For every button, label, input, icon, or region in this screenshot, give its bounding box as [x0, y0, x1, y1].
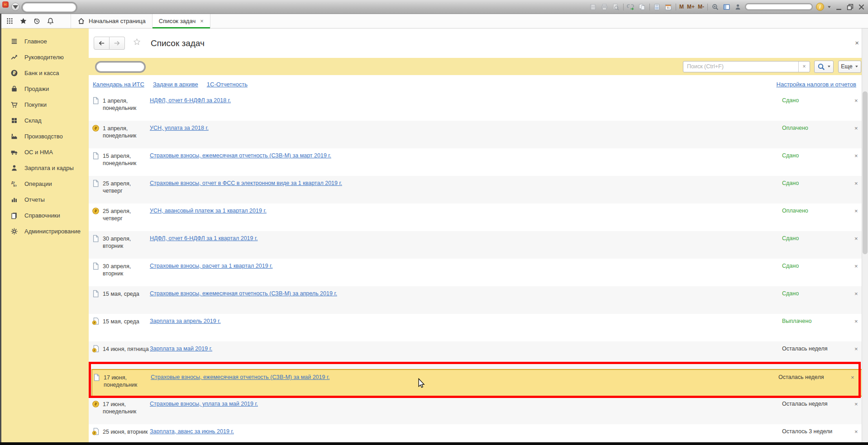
memory-add-button[interactable]: M+ — [687, 4, 695, 10]
task-status: Выплачено — [782, 318, 854, 324]
tab-начальная-страница[interactable]: Начальная страница — [71, 14, 153, 28]
favorite-star-icon[interactable] — [133, 38, 141, 46]
sidebar-item-truck[interactable]: ОС и НМА — [1, 144, 89, 160]
task-link[interactable]: УСН, уплата за 2018 г. — [150, 125, 782, 132]
task-status: Оплачено — [782, 208, 854, 214]
boxes-icon — [10, 116, 19, 125]
task-link[interactable]: Страховые взносы, ежемесячная отчетность… — [151, 374, 778, 381]
main-menu-dropdown-button[interactable] — [11, 3, 19, 11]
task-row[interactable]: ₽15 мая, средаЗарплата за апрель 2019 г.… — [89, 314, 868, 341]
task-link[interactable]: Страховые взносы, ежемесячная отчетность… — [150, 290, 782, 297]
all-functions-grid-icon[interactable] — [6, 17, 14, 25]
form-toolbar: × Еще — [89, 58, 868, 75]
window-left-frame — [0, 14, 1, 445]
minimize-button[interactable] — [835, 3, 843, 11]
task-row[interactable]: 30 апреля, вторникСтраховые взносы, расч… — [89, 259, 868, 286]
sidebar-item-bag[interactable]: Продажи — [1, 81, 89, 97]
go-to-link-icon[interactable] — [638, 3, 646, 11]
sidebar-item-label: Продажи — [24, 85, 49, 92]
task-row[interactable]: 1 апреля, понедельникНДФЛ, отчет 6-НДФЛ … — [89, 93, 868, 121]
task-row[interactable]: ₽25 июня, вторникЗарплата, аванс за июнь… — [89, 424, 868, 442]
search-button[interactable] — [814, 61, 834, 73]
task-row[interactable]: 15 апреля, понедельникСтраховые взносы, … — [89, 148, 868, 176]
info-chevron-down-icon[interactable] — [827, 5, 831, 9]
command-link-0[interactable]: Календарь на ИТС — [93, 81, 144, 88]
calculator-icon[interactable] — [653, 3, 661, 11]
sidebar-item-books[interactable]: Справочники — [1, 208, 89, 223]
tab-close-icon[interactable]: × — [200, 18, 204, 24]
save-icon[interactable] — [589, 3, 597, 11]
separator — [707, 4, 708, 10]
task-row[interactable]: 30 апреля, вторникНДФЛ, отчет 6-НДФЛ за … — [89, 231, 868, 259]
task-date: 25 апреля, четверг — [103, 208, 150, 222]
memory-recall-button[interactable]: M — [679, 4, 684, 10]
sidebar-item-ruble[interactable]: ₽Банк и касса — [1, 65, 89, 81]
window-titlebar: 1С 31MM+M- i — [0, 0, 868, 14]
search-input[interactable] — [683, 62, 798, 72]
task-row[interactable]: 15 мая, средаСтраховые взносы, ежемесячн… — [89, 286, 868, 314]
restore-button[interactable] — [846, 3, 854, 11]
task-link[interactable]: Зарплата за май 2019 г. — [150, 346, 782, 352]
task-link[interactable]: НДФЛ, отчет 6-НДФЛ за 1 квартал 2019 г. — [150, 235, 782, 242]
command-link-1[interactable]: Задачи в архиве — [153, 81, 198, 88]
task-row[interactable]: ₽17 июня, понедельникСтраховые взносы, у… — [89, 397, 868, 424]
scrollbar-thumb[interactable] — [863, 91, 868, 254]
search-clear-button[interactable]: × — [798, 62, 810, 72]
ruble-icon: ₽ — [10, 69, 19, 77]
favorites-star-icon[interactable] — [19, 17, 27, 25]
sidebar-item-trend[interactable]: Руководителю — [1, 49, 89, 65]
memory-subtract-button[interactable]: M- — [698, 4, 704, 10]
zoom-icon[interactable] — [711, 3, 719, 11]
user-icon[interactable] — [734, 3, 742, 11]
task-row[interactable]: 17 июня, понедельникСтраховые взносы, еж… — [91, 369, 865, 397]
coin-task-icon: ₽ — [92, 124, 100, 132]
back-button[interactable] — [94, 37, 110, 50]
search-box: × — [683, 61, 810, 72]
command-link-2[interactable]: 1С-Отчетность — [207, 81, 248, 88]
task-link[interactable]: УСН, авансовый платеж за 1 квартал 2019 … — [150, 208, 782, 214]
history-clock-icon[interactable] — [33, 17, 41, 25]
notifications-bell-icon[interactable] — [47, 17, 54, 25]
task-link[interactable]: Страховые взносы, расчет за 1 квартал 20… — [150, 263, 782, 270]
sidebar-item-person[interactable]: Зарплата и кадры — [1, 160, 89, 176]
task-link[interactable]: Страховые взносы, отчет в ФСС в электрон… — [150, 180, 782, 187]
svg-text:₽: ₽ — [94, 126, 97, 131]
form-close-button[interactable]: × — [855, 39, 859, 47]
task-link[interactable]: Страховые взносы, ежемесячная отчетность… — [150, 152, 782, 159]
calendar-icon[interactable]: 31 — [664, 3, 672, 11]
task-row[interactable]: ₽25 апреля, четвергУСН, авансовый платеж… — [89, 204, 868, 231]
task-link[interactable]: Зарплата за апрель 2019 г. — [150, 318, 782, 325]
forward-button[interactable] — [110, 37, 125, 50]
sidebar-item-label: Производство — [24, 133, 63, 140]
sidebar-item-chart[interactable]: Отчеты — [1, 192, 89, 208]
print-preview-icon[interactable] — [612, 3, 620, 11]
info-icon[interactable]: i — [816, 3, 824, 11]
sidebar-item-factory[interactable]: Производство — [1, 128, 89, 144]
sidebar-item-cart[interactable]: Покупки — [1, 97, 89, 113]
doc-task-icon — [92, 290, 100, 298]
taxes-settings-link[interactable]: Настройка налогов и отчетов — [777, 81, 856, 88]
get-link-icon[interactable] — [627, 3, 635, 11]
sidebar-item-dtkt[interactable]: ДтКтОперации — [1, 176, 89, 192]
window-close-button[interactable] — [857, 3, 865, 11]
vertical-scrollbar[interactable] — [862, 28, 868, 442]
separator — [623, 4, 624, 10]
print-icon[interactable] — [601, 3, 609, 11]
task-status: Осталась неделя — [782, 401, 854, 407]
task-row[interactable]: 25 апреля, четвергСтраховые взносы, отче… — [89, 176, 868, 204]
sidebar-item-boxes[interactable]: Склад — [1, 113, 89, 128]
doc-task-icon — [93, 374, 100, 381]
tab-список-задач[interactable]: Список задач× — [153, 14, 210, 28]
sidebar-item-menu[interactable]: Главное — [1, 33, 89, 49]
task-link[interactable]: НДФЛ, отчет 6-НДФЛ за 2018 г. — [150, 97, 782, 104]
sidebar-item-gear[interactable]: Администрирование — [1, 223, 89, 239]
more-button[interactable]: Еще — [838, 61, 861, 73]
task-status: Сдано — [782, 235, 854, 241]
sidebar-item-label: ОС и НМА — [24, 149, 53, 156]
task-row[interactable]: ₽14 июня, пятницаЗарплата за май 2019 г.… — [89, 341, 868, 369]
split-panel-icon[interactable] — [722, 3, 730, 11]
svg-text:₽: ₽ — [13, 71, 16, 76]
task-link[interactable]: Зарплата, аванс за июнь 2019 г. — [150, 428, 782, 435]
task-link[interactable]: Страховые взносы, уплата за май 2019 г. — [150, 401, 782, 407]
task-row[interactable]: ₽1 апреля, понедельникУСН, уплата за 201… — [89, 121, 868, 148]
